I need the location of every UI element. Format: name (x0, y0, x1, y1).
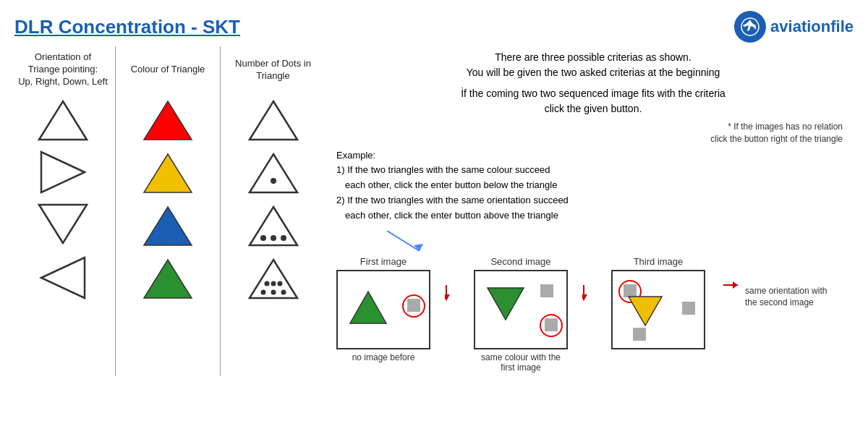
svg-marker-31 (629, 297, 662, 326)
example1: 1) If the two triangles with the same co… (336, 164, 550, 175)
triangle-row-left (18, 254, 108, 301)
svg-point-11 (271, 178, 276, 184)
svg-marker-3 (39, 205, 87, 243)
same-orient-note: same orientation with the second image (745, 285, 832, 310)
example2b: each other, click the enter button above… (345, 210, 558, 221)
colour-header: Colour of Triangle (123, 50, 213, 90)
no-relation-note: * If the images has no relationclick the… (336, 121, 850, 145)
main-content: Orientation of Triange pointing:Up, Righ… (0, 46, 868, 376)
dots-1-row (228, 148, 318, 195)
between-arrow-svg-2 (582, 285, 597, 307)
example-section: Example: 1) If the two triangles with th… (336, 148, 850, 224)
second-sq-tr (540, 284, 553, 297)
third-image-box (611, 270, 705, 349)
svg-line-23 (387, 231, 420, 251)
triangle-row-right (18, 148, 108, 195)
first-image-box (336, 270, 430, 349)
svg-point-18 (271, 281, 276, 286)
svg-point-19 (277, 281, 282, 286)
instr-line2: You will be given the two asked criteria… (467, 67, 720, 78)
between-arrow-svg-1 (445, 285, 459, 307)
second-image-box (474, 270, 568, 349)
right-panel: There are three possible criterias as sh… (329, 46, 857, 376)
red-triangle-row (123, 95, 213, 143)
triangle-row-up (18, 95, 108, 143)
third-image-label: Third image (634, 256, 684, 267)
dots-header: Number of Dots in Triangle (228, 50, 318, 90)
between-arrow-1 (445, 285, 459, 310)
svg-marker-25 (350, 292, 386, 323)
orient-arrow-svg (720, 263, 741, 307)
third-image-container: Third image (611, 256, 705, 349)
second-image-container: Second image same colour with the first … (474, 256, 568, 373)
dots-0-row (228, 95, 318, 143)
images-row: First image no image before (336, 256, 850, 373)
instr-line3: İf the coming two two sequenced image fi… (461, 88, 726, 99)
svg-marker-33 (733, 281, 738, 289)
second-triangle (486, 286, 526, 322)
svg-marker-9 (250, 101, 297, 140)
svg-marker-30 (582, 294, 587, 301)
svg-point-13 (260, 235, 266, 241)
first-triangle (349, 289, 388, 326)
arrow-area (358, 231, 850, 252)
svg-marker-1 (39, 101, 87, 140)
svg-marker-7 (144, 207, 192, 245)
example2: 2) If the two triangles with the same or… (336, 195, 569, 205)
third-triangle (627, 294, 663, 327)
instr-line1: There are three possible criterias as sh… (495, 51, 692, 63)
down-arrow-svg (380, 231, 438, 252)
svg-point-15 (281, 235, 286, 241)
left-panel: Orientation of Triange pointing:Up, Righ… (11, 46, 329, 376)
instr-line4: click the given button. (545, 103, 642, 114)
page-title[interactable]: DLR Concentration - SKT (14, 16, 240, 38)
first-image-container: First image no image before (336, 256, 430, 362)
svg-point-21 (271, 289, 276, 294)
first-caption: no image before (352, 352, 415, 362)
header: DLR Concentration - SKT aviationfile (0, 0, 868, 46)
svg-marker-27 (445, 294, 450, 301)
green-triangle-row (123, 254, 213, 301)
col-orientation: Orientation of Triange pointing:Up, Righ… (11, 46, 116, 376)
svg-point-17 (264, 281, 269, 286)
logo-text: aviationfile (770, 17, 854, 36)
svg-marker-2 (41, 152, 85, 192)
instructions-top: There are three possible criterias as sh… (336, 50, 850, 80)
svg-marker-6 (144, 154, 192, 192)
col-colour: Colour of Triangle (116, 46, 221, 376)
same-orient-area: same orientation with the second image (720, 263, 832, 310)
svg-point-20 (260, 289, 265, 294)
svg-point-22 (281, 289, 286, 294)
col-dots: Number of Dots in Triangle (221, 46, 326, 376)
svg-point-14 (271, 235, 276, 241)
example-title: Example: (336, 150, 375, 161)
orientation-header: Orientation of Triange pointing:Up, Righ… (18, 50, 108, 90)
first-image-label: First image (360, 256, 407, 267)
logo-area: aviationfile (734, 11, 854, 43)
blue-triangle-row (123, 201, 213, 248)
example1b: each other, click the enter button below… (345, 179, 557, 190)
second-caption: same colour with the first image (474, 352, 568, 373)
svg-marker-5 (144, 101, 192, 140)
third-sq-b (633, 328, 646, 341)
dots-6-row (228, 254, 318, 301)
yellow-triangle-row (123, 148, 213, 195)
second-image-label: Second image (490, 256, 550, 267)
triangle-row-down (18, 201, 108, 248)
svg-marker-4 (41, 258, 85, 298)
svg-marker-8 (144, 260, 192, 298)
second-sq-br (545, 318, 558, 331)
first-grey-square (407, 299, 420, 312)
svg-marker-28 (488, 288, 524, 320)
between-arrow-2 (582, 285, 597, 310)
third-sq-r (682, 302, 695, 315)
instructions-mid: İf the coming two two sequenced image fi… (336, 86, 850, 116)
dots-3-row (228, 201, 318, 248)
svg-marker-24 (414, 244, 423, 251)
svg-marker-10 (250, 154, 297, 192)
logo-icon (734, 11, 766, 43)
